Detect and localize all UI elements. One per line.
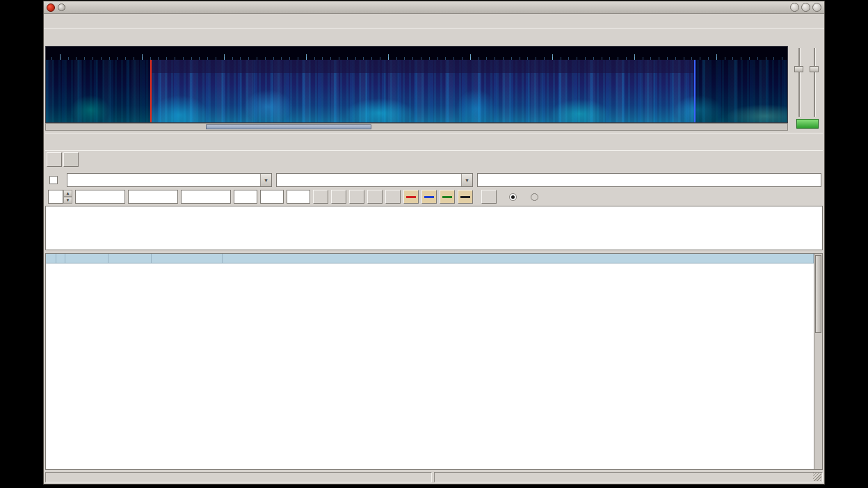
audio-toolbar — [45, 133, 823, 149]
secondary-color-swatch — [424, 196, 434, 198]
edit-row-timing: ▲ ▼ — [45, 189, 823, 204]
layer-spinner[interactable]: ▲ ▼ — [48, 190, 72, 204]
unselected-region-left — [46, 60, 151, 122]
italic-button[interactable] — [331, 190, 346, 204]
shade-button[interactable] — [790, 3, 799, 12]
bold-button[interactable] — [313, 190, 328, 204]
spectrogram[interactable] — [45, 60, 788, 123]
margin-left-input[interactable] — [234, 190, 257, 204]
subtitle-grid — [45, 253, 823, 470]
selection-start-marker[interactable] — [150, 60, 152, 122]
audio-time-ruler[interactable] — [45, 46, 788, 60]
spinner-arrows: ▲ ▼ — [63, 190, 72, 204]
close-button[interactable] — [812, 3, 821, 12]
karaoke-syllable-strip — [83, 151, 823, 168]
header-start — [65, 254, 108, 263]
window-controls — [790, 3, 821, 12]
karaoke-bar — [45, 150, 823, 168]
secondary-color-button[interactable] — [421, 190, 437, 204]
time-radio[interactable] — [509, 193, 517, 201]
header-layer — [56, 254, 65, 263]
end-time-input[interactable] — [128, 190, 178, 204]
shadow-color-swatch — [460, 196, 470, 198]
resize-grip[interactable] — [813, 473, 821, 481]
maximize-button[interactable] — [801, 3, 810, 12]
time-frame-radios — [509, 193, 549, 201]
status-bar — [44, 471, 824, 483]
effect-input[interactable] — [477, 173, 821, 187]
karaoke-cancel-button[interactable] — [47, 152, 62, 167]
chevron-down-icon[interactable]: ▼ — [260, 174, 271, 186]
subtitle-edit-textbox[interactable] — [45, 206, 823, 250]
selection-end-marker[interactable] — [694, 60, 696, 122]
audio-scrollbar-thumb[interactable] — [206, 124, 371, 129]
audio-horizontal-scrollbar[interactable] — [45, 123, 788, 131]
start-time-input[interactable] — [75, 190, 125, 204]
status-panel-right — [434, 472, 823, 482]
layer-value[interactable] — [48, 190, 63, 204]
chevron-down-icon[interactable]: ▼ — [461, 174, 472, 186]
grid-scrollbar-thumb[interactable] — [815, 255, 821, 333]
karaoke-syllable-overlay — [151, 60, 695, 122]
audio-side-controls — [791, 46, 824, 131]
font-button[interactable] — [385, 190, 401, 204]
primary-color-button[interactable] — [403, 190, 419, 204]
main-toolbar — [44, 28, 824, 45]
duration-input[interactable] — [181, 190, 231, 204]
title-bar[interactable] — [44, 1, 824, 14]
volume-slider[interactable] — [809, 48, 820, 117]
unselected-region-right — [695, 60, 787, 122]
spin-up-icon[interactable]: ▲ — [63, 190, 72, 197]
margin-vertical-input[interactable] — [287, 190, 310, 204]
primary-color-swatch — [406, 196, 416, 198]
audio-display — [45, 46, 788, 131]
strikeout-button[interactable] — [367, 190, 383, 204]
grid-vertical-scrollbar[interactable] — [814, 254, 822, 469]
edit-row-meta: ▼ ▼ — [45, 172, 823, 188]
margin-right-input[interactable] — [260, 190, 284, 204]
actor-dropdown[interactable]: ▼ — [276, 173, 473, 187]
header-number — [46, 254, 56, 263]
underline-button[interactable] — [349, 190, 364, 204]
header-end — [108, 254, 152, 263]
header-text — [223, 254, 814, 263]
vertical-zoom-handle[interactable] — [794, 66, 803, 72]
grid-header — [46, 254, 822, 263]
comment-checkbox[interactable] — [49, 176, 58, 184]
outline-color-button[interactable] — [440, 190, 455, 204]
vertical-zoom-slider[interactable] — [794, 48, 805, 117]
app-icon[interactable] — [47, 3, 55, 12]
shadow-color-button[interactable] — [458, 190, 473, 204]
menu-bar — [44, 15, 824, 28]
spin-down-icon[interactable]: ▼ — [63, 197, 72, 204]
zoom-volume-link-button[interactable] — [796, 119, 819, 129]
style-dropdown[interactable]: ▼ — [67, 173, 272, 187]
aegisub-window: ▼ ▼ ▲ ▼ — [43, 1, 825, 485]
volume-handle[interactable] — [810, 66, 819, 72]
window-menu-icon[interactable] — [58, 3, 65, 11]
grid-body — [46, 263, 814, 469]
outline-color-swatch — [442, 196, 452, 198]
header-style — [152, 254, 223, 263]
commit-button[interactable] — [481, 190, 497, 204]
karaoke-accept-button[interactable] — [63, 152, 79, 167]
frame-radio — [531, 193, 538, 201]
status-panel-left — [45, 472, 432, 482]
